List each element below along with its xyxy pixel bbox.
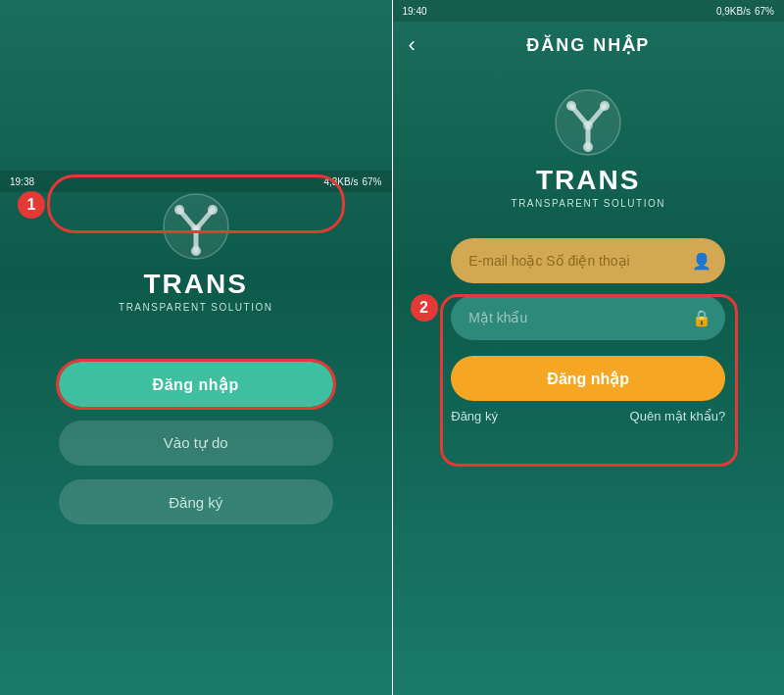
svg-point-13	[600, 101, 610, 111]
right-status-bar: 19:40 0,9KB/s 67%	[393, 0, 785, 22]
right-sub-label: TRANSPARENT SOLUTION	[512, 198, 665, 209]
left-battery: 67%	[362, 176, 381, 187]
right-time: 19:40	[403, 6, 427, 17]
right-screen: 19:40 0,9KB/s 67% ‹ ĐĂNG NHẬP TRANS TRAN…	[393, 0, 785, 695]
person-icon: 👤	[692, 252, 711, 271]
left-screen: 19:38 4,3KB/s 67% TRANS TRANSPARENT SOLU…	[0, 0, 392, 695]
svg-point-4	[174, 205, 184, 215]
form-links: Đăng ký Quên mật khẩu?	[451, 409, 725, 423]
svg-point-15	[583, 121, 593, 130]
left-logo-text-row: TRANS	[144, 269, 248, 300]
forgot-password-link[interactable]: Quên mật khẩu?	[630, 409, 726, 423]
right-battery: 67%	[755, 6, 774, 17]
right-logo-area: TRANS TRANSPARENT SOLUTION	[512, 88, 665, 209]
left-time: 19:38	[10, 176, 34, 187]
dang-ky-button[interactable]: Đăng ký	[59, 479, 333, 524]
left-sub-label: TRANSPARENT SOLUTION	[119, 302, 272, 313]
left-network: 4,3KB/s	[323, 176, 358, 187]
svg-point-6	[191, 246, 201, 256]
svg-point-5	[208, 205, 218, 215]
login-submit-button[interactable]: Đăng nhập	[451, 356, 725, 401]
left-trans-label: TRANS	[144, 269, 248, 300]
svg-point-14	[583, 142, 593, 152]
left-status-bar: 19:38 4,3KB/s 67%	[0, 171, 392, 192]
login-form: 👤 🔒 Đăng nhập	[451, 238, 725, 401]
svg-point-7	[191, 224, 201, 234]
trans-logo-icon	[162, 192, 230, 261]
trans-logo-icon-right	[554, 88, 622, 157]
right-trans-label: TRANS	[536, 165, 640, 196]
email-input-wrapper: 👤	[451, 238, 725, 283]
password-input-wrapper: 🔒	[451, 295, 725, 340]
step-badge-2: 2	[411, 294, 438, 322]
register-link[interactable]: Đăng ký	[451, 409, 498, 423]
back-button[interactable]: ‹	[409, 34, 416, 56]
dang-nhap-button[interactable]: Đăng nhập	[59, 362, 333, 407]
password-input[interactable]	[468, 310, 692, 325]
step-badge-1: 1	[18, 191, 45, 219]
left-logo-area: TRANS TRANSPARENT SOLUTION	[119, 192, 272, 313]
right-logo-text-row: TRANS	[536, 165, 640, 196]
vao-tu-do-button[interactable]: Vào tự do	[59, 421, 333, 466]
left-buttons-area: Đăng nhập Vào tự do Đăng ký	[59, 362, 333, 524]
page-title: ĐĂNG NHẬP	[526, 34, 650, 56]
lock-icon: 🔒	[692, 309, 711, 327]
top-nav: ‹ ĐĂNG NHẬP	[393, 22, 785, 69]
email-input[interactable]	[468, 253, 692, 269]
right-network: 0,9KB/s	[716, 6, 751, 17]
svg-point-12	[566, 101, 576, 111]
